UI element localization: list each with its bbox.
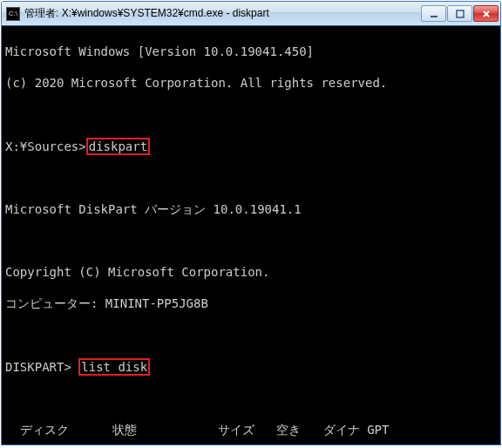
maximize-button[interactable] <box>447 5 472 22</box>
maximize-icon <box>456 10 465 18</box>
cmd-window: C:\ 管理者: X:¥windows¥SYSTEM32¥cmd.exe - d… <box>1 1 501 445</box>
table-header: ディスク 状態 サイズ 空き ダイナ GPT <box>5 422 497 438</box>
output-line: (c) 2020 Microsoft Corporation. All righ… <box>5 75 497 91</box>
close-icon <box>482 10 491 18</box>
blank-line <box>5 233 497 248</box>
titlebar[interactable]: C:\ 管理者: X:¥windows¥SYSTEM32¥cmd.exe - d… <box>2 2 500 26</box>
minimize-icon <box>430 10 438 18</box>
blank-line <box>5 170 497 186</box>
blank-line <box>5 106 497 122</box>
minimize-button[interactable] <box>421 5 446 22</box>
window-title: 管理者: X:¥windows¥SYSTEM32¥cmd.exe - diskp… <box>24 6 421 21</box>
window-buttons <box>421 5 499 22</box>
highlighted-command: list disk <box>78 358 150 376</box>
output-line: Microsoft Windows [Version 10.0.19041.45… <box>5 44 497 59</box>
terminal-area[interactable]: Microsoft Windows [Version 10.0.19041.45… <box>2 26 500 445</box>
svg-rect-0 <box>431 16 438 17</box>
prompt-line: X:¥Sources>diskpart <box>5 138 497 154</box>
highlighted-command: diskpart <box>86 138 150 155</box>
blank-line <box>5 327 497 343</box>
diskpart-prompt: DISKPART> <box>5 360 78 374</box>
close-button[interactable] <box>473 5 499 22</box>
output-line: Microsoft DiskPart バージョン 10.0.19041.1 <box>5 201 497 217</box>
cmd-icon: C:\ <box>6 7 20 21</box>
cmd-icon-label: C:\ <box>9 10 17 17</box>
output-line: Copyright (C) Microsoft Corporation. <box>5 264 497 280</box>
blank-line <box>5 390 497 406</box>
prompt-line: DISKPART> list disk <box>5 358 497 375</box>
svg-rect-1 <box>457 10 464 17</box>
output-line: コンピューター: MININT-PP5JG8B <box>5 295 497 311</box>
prompt-text: X:¥Sources> <box>5 139 86 153</box>
